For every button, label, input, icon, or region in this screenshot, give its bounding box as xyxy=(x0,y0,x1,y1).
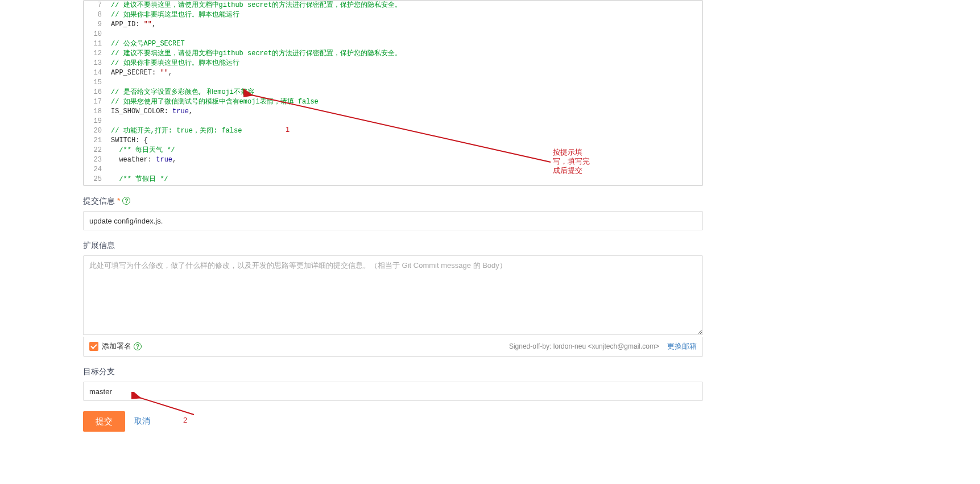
add-signature-checkbox[interactable] xyxy=(89,342,98,351)
required-asterisk: * xyxy=(117,196,120,205)
target-branch-group: 目标分支 xyxy=(83,367,703,401)
code-gutter: 78910111213141516171819202122232425 xyxy=(84,1,106,185)
commit-message-label: 提交信息 * ? xyxy=(83,196,703,206)
target-branch-label: 目标分支 xyxy=(83,367,703,377)
page-container: 78910111213141516171819202122232425 // 建… xyxy=(83,0,703,432)
code-editor[interactable]: 78910111213141516171819202122232425 // 建… xyxy=(83,0,703,186)
extended-info-label: 扩展信息 xyxy=(83,241,703,251)
submit-button[interactable]: 提交 xyxy=(83,411,125,432)
change-email-link[interactable]: 更换邮箱 xyxy=(667,341,697,351)
signature-row: 添加署名 ? Signed-off-by: lordon-neu <xunjte… xyxy=(83,337,703,357)
commit-message-label-text: 提交信息 xyxy=(83,196,115,205)
extended-info-textarea[interactable] xyxy=(83,255,703,335)
target-branch-input[interactable] xyxy=(83,382,703,401)
extended-info-group: 扩展信息 添加署名 ? Signed-off-by: lordon-neu <x… xyxy=(83,241,703,357)
code-content[interactable]: // 建议不要填这里，请使用文档中github secret的方法进行保密配置，… xyxy=(106,1,702,184)
signed-off-text: Signed-off-by: lordon-neu <xunjtech@gmai… xyxy=(509,342,659,350)
cancel-button[interactable]: 取消 xyxy=(134,416,150,427)
commit-message-input[interactable] xyxy=(83,211,703,230)
help-icon[interactable]: ? xyxy=(134,342,142,350)
add-signature-label: 添加署名 xyxy=(102,341,131,351)
annotation-number-2: 2 xyxy=(183,416,187,425)
help-icon[interactable]: ? xyxy=(122,197,130,205)
commit-message-group: 提交信息 * ? xyxy=(83,196,703,230)
form-actions: 提交 取消 2 xyxy=(83,411,703,432)
